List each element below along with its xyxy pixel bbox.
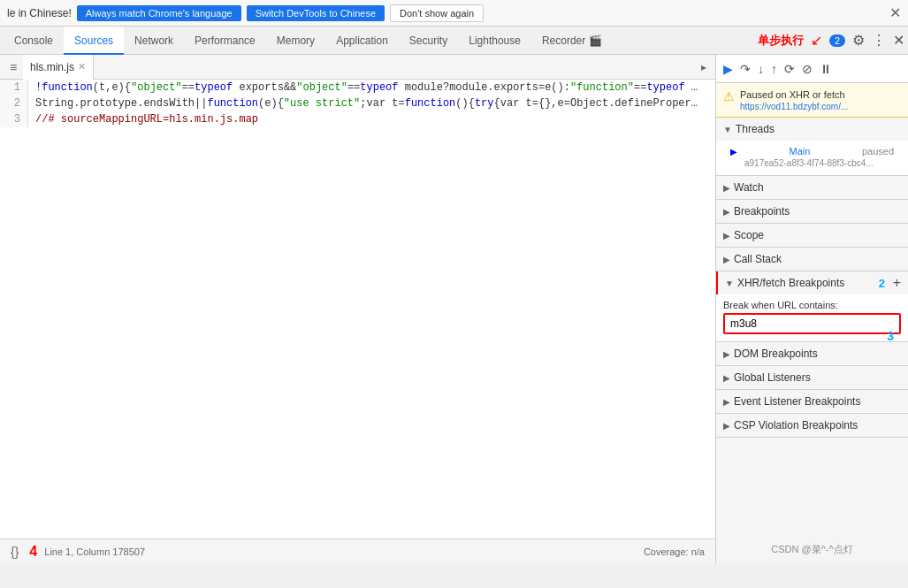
tab-application[interactable]: Application [325, 27, 399, 55]
section-csp-header[interactable]: ▶ CSP Violation Breakpoints [716, 414, 908, 437]
section-global-header[interactable]: ▶ Global Listeners [716, 366, 908, 389]
step-4-annotation: 4 [29, 544, 37, 560]
section-threads-header[interactable]: ▼ Threads [716, 118, 908, 141]
chevron-right-icon-3: ▶ [723, 231, 730, 241]
section-threads-label: Threads [736, 123, 774, 135]
chevron-right-icon-8: ▶ [723, 421, 730, 431]
tab-security[interactable]: Security [399, 27, 458, 55]
chevron-right-icon-7: ▶ [723, 397, 730, 407]
language-banner: le in Chinese! Always match Chrome's lan… [0, 0, 908, 27]
section-watch-header[interactable]: ▶ Watch [716, 176, 908, 199]
str-object2: "object" [296, 81, 347, 94]
kw-try: try [475, 97, 494, 110]
nav-tabs: Console Sources Network Performance Memo… [0, 27, 908, 55]
section-xhr-content: Break when URL contains: 3 [716, 294, 908, 341]
section-global-label: Global Listeners [734, 371, 811, 384]
banner-text: le in Chinese! [7, 7, 72, 19]
section-dom-label: DOM Breakpoints [734, 347, 818, 360]
section-call-stack: ▶ Call Stack [716, 248, 908, 271]
thread-main-item: ▶ Main paused a917ea52-a8f3-4f74-88f3-cb… [716, 142, 908, 173]
line-content-3: //# sourceMappingURL=hls.min.js.map [28, 111, 258, 127]
section-scope-header[interactable]: ▶ Scope [716, 224, 908, 247]
file-tab-right-btn[interactable]: ▸ [696, 61, 712, 73]
file-tab-hls[interactable]: hls.min.js ✕ [23, 55, 94, 80]
section-threads-content: ▶ Main paused a917ea52-a8f3-4f74-88f3-cb… [716, 141, 908, 175]
dismiss-button[interactable]: Don't show again [390, 4, 484, 22]
comment: //# sourceMappingURL=hls.min.js.map [35, 113, 258, 126]
tab-recorder[interactable]: Recorder 🎬 [531, 27, 613, 55]
code-text4: == [347, 81, 360, 94]
step-over-button[interactable]: ↷ [738, 60, 752, 78]
settings-button[interactable]: ⚙ [852, 32, 865, 49]
paused-notice: ⚠ Paused on XHR or fetch https://vod11.b… [716, 83, 908, 118]
step-button[interactable]: ⟳ [782, 60, 797, 78]
debug-toolbar: ▶ ↷ ↓ ↑ ⟳ ⊘ ⏸ [716, 55, 908, 83]
section-dom-header[interactable]: ▶ DOM Breakpoints [716, 342, 908, 365]
str-strict: "use strict" [284, 97, 360, 110]
thread-hash: a917ea52-a8f3-4f74-88f3-cbc4... [730, 157, 894, 170]
section-xhr: ▼ XHR/fetch Breakpoints 2 + Break when U… [716, 271, 908, 342]
section-breakpoints-header[interactable]: ▶ Breakpoints [716, 200, 908, 223]
tab-sources[interactable]: Sources [64, 27, 124, 55]
section-event-header[interactable]: ▶ Event Listener Breakpoints [716, 390, 908, 413]
status-left: {} 4 Line 1, Column 178507 [11, 544, 145, 560]
chevron-down-icon: ▼ [723, 125, 732, 134]
section-csp-label: CSP Violation Breakpoints [734, 419, 858, 431]
arrow-annotation: ↙ [811, 32, 822, 49]
section-csp: ▶ CSP Violation Breakpoints [716, 414, 908, 438]
code-text: (t,e){ [93, 81, 131, 94]
section-xhr-header[interactable]: ▼ XHR/fetch Breakpoints 2 + [716, 271, 908, 294]
warning-icon: ⚠ [723, 89, 735, 103]
kw-typeof1: typeof [195, 81, 233, 94]
switch-devtools-button[interactable]: Switch DevTools to Chinese [247, 5, 385, 21]
section-threads: ▼ Threads ▶ Main paused a917ea52-a8f3-4f… [716, 118, 908, 176]
banner-close-button[interactable]: ✕ [889, 4, 901, 21]
always-match-button[interactable]: Always match Chrome's language [77, 5, 241, 21]
thread-status: paused [862, 146, 894, 157]
code-text5: module?module.exports=e(): [399, 81, 570, 94]
status-position: Line 1, Column 178507 [44, 546, 145, 557]
close-devtools-button[interactable]: ✕ [893, 32, 904, 49]
section-call-stack-label: Call Stack [734, 253, 782, 265]
str-object1: "object" [131, 81, 182, 94]
thread-main-row: ▶ Main paused [730, 146, 894, 157]
sidebar-toggle[interactable]: ≡ [4, 57, 23, 77]
right-panel: ▶ ↷ ↓ ↑ ⟳ ⊘ ⏸ ⚠ Paused on XHR or fetch h… [716, 55, 908, 563]
section-dom: ▶ DOM Breakpoints [716, 342, 908, 366]
tab-network[interactable]: Network [124, 27, 184, 55]
add-xhr-breakpoint-button[interactable]: + [893, 275, 901, 291]
deactivate-breakpoints-button[interactable]: ⊘ [800, 60, 814, 78]
more-options-button[interactable]: ⋮ [872, 32, 886, 49]
tab-memory[interactable]: Memory [266, 27, 325, 55]
watermark-text: CSDN @菜^-^点灯 [764, 544, 859, 554]
dont-pause-button[interactable]: ⏸ [818, 60, 834, 78]
tab-console[interactable]: Console [4, 27, 64, 55]
annotation-3: 3 [887, 329, 894, 343]
code-line-3: 3 //# sourceMappingURL=hls.min.js.map [0, 111, 715, 127]
left-panel: ≡ hls.min.js ✕ ▸ 1 !function(t,e){"objec… [0, 55, 716, 563]
section-global: ▶ Global Listeners [716, 366, 908, 390]
file-tab-close[interactable]: ✕ [78, 61, 86, 73]
kw-typeof3: typeof [646, 81, 684, 94]
code-text6: == [634, 81, 646, 94]
watermark-area: CSDN @菜^-^点灯 [716, 536, 908, 563]
section-xhr-label: XHR/fetch Breakpoints [737, 277, 844, 289]
file-tabs: ≡ hls.min.js ✕ ▸ [0, 55, 715, 80]
xhr-url-input[interactable] [723, 313, 901, 334]
notification-badge[interactable]: 2 [829, 34, 845, 47]
tab-lighthouse[interactable]: Lighthouse [458, 27, 531, 55]
kw-function2: function [207, 97, 258, 110]
step-annotation: 单步执行 [758, 33, 804, 49]
code-text7: def [685, 81, 700, 94]
section-breakpoints-label: Breakpoints [734, 205, 790, 218]
thread-arrow-icon: ▶ [730, 147, 737, 157]
resume-button[interactable]: ▶ [721, 60, 735, 78]
tab-performance[interactable]: Performance [184, 27, 266, 55]
step-out-button[interactable]: ↑ [769, 60, 779, 78]
chevron-right-icon-4: ▶ [723, 255, 730, 264]
xhr-input-row: Break when URL contains: 3 [716, 296, 908, 340]
step-into-button[interactable]: ↓ [756, 60, 766, 78]
kw-function3: function [405, 97, 456, 110]
line-content-1: !function(t,e){"object"==typeof exports&… [28, 80, 700, 95]
section-call-stack-header[interactable]: ▶ Call Stack [716, 248, 908, 271]
